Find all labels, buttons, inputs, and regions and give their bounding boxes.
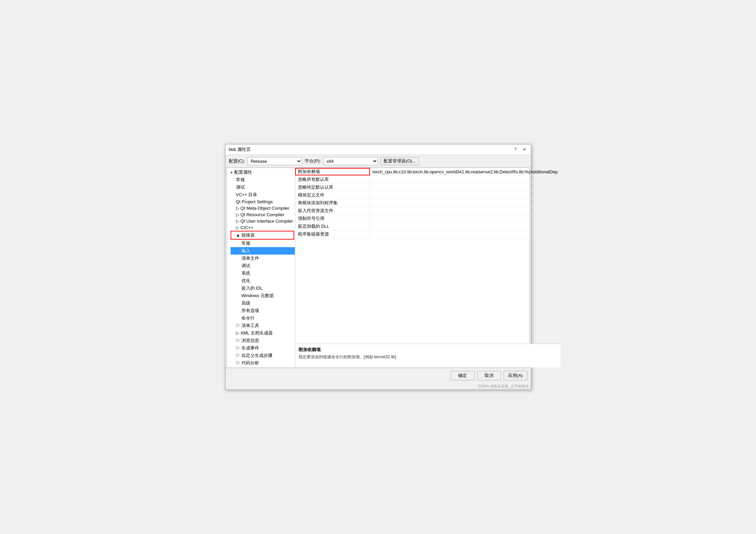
- tree-item[interactable]: 清单文件: [231, 255, 295, 262]
- footer: 确定 取消 应用(A): [225, 368, 531, 383]
- config-label: 配置(C):: [229, 158, 245, 164]
- description-panel: 附加依赖项 指定要添加到链接命令行的附加项。[例如 kernel32.lib]: [295, 344, 560, 367]
- tree-item[interactable]: 优化: [231, 277, 295, 285]
- row-value: torch_cpu.lib;c10.lib;torch.lib;opencv_w…: [370, 169, 560, 175]
- row-label: 附加依赖项: [295, 168, 370, 175]
- title-bar-right: ? ✕: [513, 147, 527, 153]
- window-title: bbb 属性页: [229, 147, 251, 153]
- row-value: [370, 234, 560, 235]
- config-manager-button[interactable]: 配置管理器(O)...: [381, 157, 419, 165]
- table-row[interactable]: 模块定义文件: [295, 191, 560, 199]
- title-bar: bbb 属性页 ? ✕: [225, 144, 531, 155]
- table-row[interactable]: 延迟加载的 DLL: [295, 223, 560, 230]
- desc-text: 指定要添加到链接命令行的附加项。[例如 kernel32.lib]: [299, 354, 557, 360]
- row-value: [370, 202, 560, 204]
- tree-item[interactable]: ▷ 自定义生成步骤: [231, 352, 295, 359]
- tree-item[interactable]: 调试: [231, 262, 295, 270]
- tree-item[interactable]: ▷ 浏览信息: [231, 337, 295, 344]
- tree-item[interactable]: ▲ 链接器: [231, 231, 294, 240]
- close-button[interactable]: ✕: [521, 147, 527, 153]
- table-row[interactable]: 嵌入托管资源文件: [295, 207, 560, 215]
- config-select[interactable]: ReleaseDebugAll Configurations: [248, 157, 302, 165]
- row-label: 嵌入托管资源文件: [295, 207, 370, 214]
- tree-item[interactable]: Qt Project Settings: [231, 199, 295, 205]
- tree-item[interactable]: 嵌入的 IDL: [231, 285, 295, 292]
- tree-item[interactable]: 命令行: [231, 314, 295, 322]
- desc-title: 附加依赖项: [299, 347, 557, 353]
- row-value: [370, 187, 560, 188]
- row-label: 延迟加载的 DLL: [295, 223, 370, 230]
- row-value: [370, 218, 560, 219]
- table-row[interactable]: 附加依赖项torch_cpu.lib;c10.lib;torch.lib;ope…: [295, 168, 560, 176]
- table-row[interactable]: 程序集链接资源: [295, 230, 560, 238]
- tree-children: 常规调试VC++ 目录Qt Project Settings▷ Qt Meta-…: [227, 176, 295, 367]
- platform-select[interactable]: x64Win32: [323, 157, 378, 165]
- row-value: [370, 226, 560, 227]
- tree-section: ▼ 配置属性 常规调试VC++ 目录Qt Project Settings▷ Q…: [227, 168, 295, 367]
- tree-item[interactable]: ▷ XML 文档生成器: [231, 329, 295, 337]
- row-label: 忽略所有默认库: [295, 176, 370, 183]
- tree-item[interactable]: ▷ Qt Meta-Object Compiler: [231, 205, 295, 211]
- row-value: [370, 179, 560, 180]
- main-content: ▼ 配置属性 常规调试VC++ 目录Qt Project Settings▷ Q…: [227, 168, 530, 368]
- right-panel: 附加依赖项torch_cpu.lib;c10.lib;torch.lib;ope…: [295, 168, 560, 367]
- table-row[interactable]: 将模块添加到程序集: [295, 199, 560, 207]
- row-label: 模块定义文件: [295, 191, 370, 199]
- left-panel: ▼ 配置属性 常规调试VC++ 目录Qt Project Settings▷ Q…: [227, 168, 295, 367]
- title-bar-left: bbb 属性页: [229, 147, 251, 153]
- dialog: bbb 属性页 ? ✕ 配置(C): ReleaseDebugAll Confi…: [225, 144, 531, 390]
- platform-label: 平台(P):: [305, 158, 321, 164]
- row-label: 将模块添加到程序集: [295, 199, 370, 207]
- tree-item[interactable]: ▷ 生成事件: [231, 344, 295, 352]
- watermark: CSDN @快乐是鱼_之乃初闹生: [225, 383, 531, 390]
- tree-item[interactable]: 系统: [231, 270, 295, 277]
- cancel-button[interactable]: 取消: [477, 371, 501, 380]
- tree-item[interactable]: VC++ 目录: [231, 191, 295, 199]
- table-row[interactable]: 忽略特定默认认库: [295, 184, 560, 191]
- ok-button[interactable]: 确定: [451, 371, 474, 380]
- tree-root[interactable]: ▼ 配置属性: [227, 169, 295, 176]
- tree-item[interactable]: 调试: [231, 184, 295, 191]
- right-list: 附加依赖项torch_cpu.lib;c10.lib;torch.lib;ope…: [295, 168, 560, 344]
- tree-root-label: 配置属性: [234, 169, 252, 175]
- tree-item[interactable]: 常规: [231, 240, 295, 247]
- table-row[interactable]: 强制符号引用: [295, 215, 560, 223]
- tree-item[interactable]: ▷ 清单工具: [231, 322, 295, 329]
- tree-item[interactable]: ▷ Qt User Interface Compiler: [231, 218, 295, 224]
- row-label: 强制符号引用: [295, 215, 370, 222]
- tree-item[interactable]: 输入: [231, 247, 295, 255]
- tree-item[interactable]: ▷ Qt Resource Compiler: [231, 211, 295, 218]
- tree-item[interactable]: 所有选项: [231, 307, 295, 314]
- tree-item[interactable]: 常规: [231, 176, 295, 184]
- tree-item[interactable]: ▷ 代码分析: [231, 359, 295, 367]
- tree-item[interactable]: 高级: [231, 299, 295, 307]
- row-value: [370, 194, 560, 196]
- tree-item[interactable]: Windows 元数据: [231, 292, 295, 299]
- row-label: 程序集链接资源: [295, 230, 370, 238]
- tree-item[interactable]: ▷ C/C++: [231, 224, 295, 231]
- row-label: 忽略特定默认认库: [295, 184, 370, 191]
- table-row[interactable]: 忽略所有默认库: [295, 176, 560, 184]
- apply-button[interactable]: 应用(A): [504, 371, 527, 380]
- row-value: [370, 210, 560, 211]
- toolbar: 配置(C): ReleaseDebugAll Configurations 平台…: [225, 155, 531, 168]
- help-button[interactable]: ?: [513, 147, 519, 153]
